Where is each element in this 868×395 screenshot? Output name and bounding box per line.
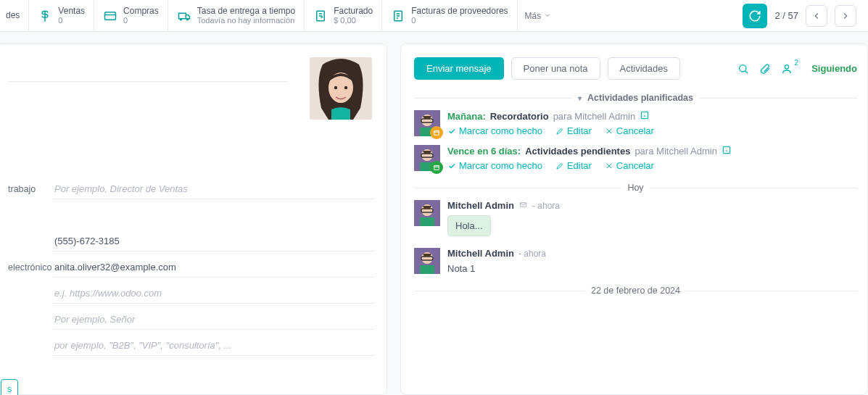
follower-count: 2 [795,59,799,67]
stat-label: Ventas [58,6,85,16]
card-icon [103,9,117,23]
pager-text[interactable]: 2 / 57 [774,10,798,21]
input-website[interactable] [53,283,375,304]
message-item: Mitchell Admin - ahora Nota 1 [414,248,857,274]
stat-label: Facturado [334,6,373,16]
stat-value: 0 [58,16,85,25]
stat-label: Compras [123,6,159,16]
activity-due: Mañana: [447,111,486,122]
message-author[interactable]: Mitchell Admin [447,200,514,211]
message-avatar[interactable] [414,248,440,274]
svg-point-7 [334,86,337,89]
chevron-down-icon [544,11,551,21]
message-time: - ahora [532,201,560,211]
activity-cancel[interactable]: Cancelar [605,160,654,171]
message-bubble: Hola... [447,215,491,236]
main: trabajo electrónico [0,32,868,395]
svg-point-9 [740,65,746,71]
activity-badge-icon [430,161,443,174]
activities-button[interactable]: Actividades [608,57,680,80]
message-author[interactable]: Mitchell Admin [447,248,514,259]
svg-rect-27 [520,203,526,207]
log-note-button[interactable]: Poner una nota [511,57,600,80]
pager-next[interactable] [835,5,856,27]
activity-item: Vence en 6 días: Actividades pendientes … [414,145,857,171]
message-time: - ahora [518,249,546,259]
contact-form-card: trabajo electrónico [0,43,387,395]
activity-info-icon[interactable] [640,110,650,122]
stat-purchases[interactable]: Compras 0 [94,0,168,31]
svg-point-10 [785,65,788,68]
message-avatar[interactable] [414,200,440,226]
stat-value: $ 0,00 [334,16,373,25]
row-website [8,280,375,307]
search-icon[interactable] [737,63,749,75]
activity-info-icon[interactable] [722,145,732,157]
activity-type: Recordatorio [490,111,549,122]
stat-label: Facturas de proveedores [411,6,508,16]
row-phone [8,228,375,254]
svg-point-8 [344,86,347,89]
stat-ontime[interactable]: Tasa de entrega a tiempo Todavía no hay … [168,0,305,31]
input-email[interactable] [53,257,375,278]
send-message-button[interactable]: Enviar mensaje [414,57,504,80]
stat-value: 0 [411,16,508,25]
input-title[interactable] [53,309,375,330]
activity-user-avatar[interactable] [414,110,440,136]
activity-edit[interactable]: Editar [555,160,592,171]
activity-for: para Mitchell Admin [553,111,635,122]
stat-partial-des[interactable]: des [6,0,29,31]
stats-more[interactable]: Más [518,11,559,21]
attachment-icon[interactable] [759,63,771,75]
message-note: Nota 1 [447,263,857,274]
button-partial[interactable]: s [1,379,18,395]
pager-prev[interactable] [806,5,827,27]
svg-rect-26 [420,217,434,226]
chatter-panel: Enviar mensaje Poner una nota Actividade… [400,43,868,395]
stat-invoiced[interactable]: Facturado $ 0,00 [305,0,382,31]
contact-avatar[interactable] [310,57,372,120]
label-job: trabajo [8,184,53,194]
activity-badge-icon [430,126,443,139]
row-job: trabajo [8,176,375,202]
planned-activities-header[interactable]: ▾ Actividades planificadas [414,93,857,103]
vendor-bill-icon [391,9,405,23]
activity-for: para Mitchell Admin [635,146,716,157]
label-email: electrónico [8,262,53,273]
truck-icon [177,9,191,23]
activity-cancel[interactable]: Cancelar [605,125,654,136]
svg-rect-31 [420,265,434,274]
refresh-button[interactable] [743,4,767,28]
activity-user-avatar[interactable] [414,145,440,171]
following-label[interactable]: Siguiendo [811,63,857,74]
svg-rect-15 [434,131,439,136]
input-blank1[interactable] [53,205,375,225]
envelope-icon[interactable] [518,200,528,211]
activity-item: Mañana: Recordatorio para Mitchell Admin… [414,110,857,136]
row-tags [8,333,375,359]
dollar-icon [38,9,52,23]
svg-rect-0 [105,12,116,20]
stats-bar: des Ventas 0 Compras 0 Tasa de entrega a… [0,0,868,32]
chevron-down-icon: ▾ [578,94,582,102]
stat-sales[interactable]: Ventas 0 [29,0,94,31]
input-phone[interactable] [53,231,375,251]
activity-mark-done[interactable]: Marcar como hecho [447,160,542,171]
input-tags[interactable] [53,336,375,356]
chatter-header: Enviar mensaje Poner una nota Actividade… [414,57,857,80]
pager: 2 / 57 [743,4,862,28]
stat-value: Todavía no hay información [197,16,295,25]
row-email: electrónico [8,254,375,280]
row-blank1 [8,202,375,228]
input-job[interactable] [53,179,375,199]
message-item: Mitchell Admin - ahora Hola... [414,200,857,236]
followers-icon[interactable]: 2 [781,63,793,75]
stat-value: 0 [123,16,159,25]
row-title [8,307,375,333]
stat-vendor-bills[interactable]: Facturas de proveedores 0 [382,0,517,31]
activity-edit[interactable]: Editar [555,125,592,136]
svg-rect-21 [434,166,439,170]
activity-mark-done[interactable]: Marcar como hecho [447,125,542,136]
activity-due: Vence en 6 días: [447,146,521,157]
stat-label: Tasa de entrega a tiempo [197,6,295,16]
